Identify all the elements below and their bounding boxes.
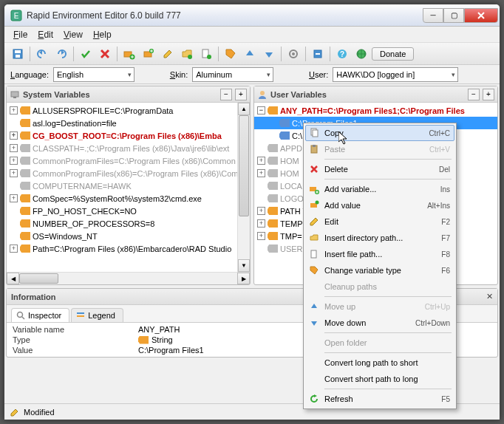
sys-hscrollbar[interactable]: ◀ ▶ [7, 272, 250, 284]
tree-row[interactable]: CommonProgramFiles(x86)=C:\Program Files… [7, 167, 250, 179]
redo-button[interactable] [52, 45, 70, 63]
sys-add-button[interactable]: + [235, 89, 247, 100]
tree-row[interactable]: ComSpec=%SystemRoot%\system32\cmd.exe [7, 192, 250, 205]
menu-file[interactable]: File [9, 28, 32, 41]
tree-row[interactable]: CLASSPATH=.;C:\Program Files (x86)\Java\… [7, 142, 250, 154]
insdir-button[interactable] [178, 45, 196, 63]
menu-item-delete[interactable]: DeleteDel [305, 161, 454, 177]
insfile-button[interactable] [197, 45, 215, 63]
donate-button[interactable]: Donate [372, 47, 414, 61]
menu-item-insert-file-path-[interactable]: Insert file path...F8 [305, 246, 454, 262]
window-controls: ─ ▢ [423, 8, 498, 23]
toolbar: ? Donate [4, 43, 500, 65]
sys-tree[interactable]: ALLUSERSPROFILE=C:\ProgramDataasl.log=De… [7, 103, 250, 272]
svg-point-20 [260, 91, 265, 95]
check-button[interactable] [77, 45, 95, 63]
sys-title: System Variables [23, 90, 217, 99]
svg-point-21 [18, 312, 23, 318]
menu-item-move-down[interactable]: Move downCtrl+Down [305, 315, 454, 331]
help-button[interactable]: ? [333, 45, 351, 63]
usr-collapse-button[interactable]: − [468, 89, 480, 100]
svg-rect-18 [11, 92, 18, 97]
tree-row[interactable]: CommonProgramFiles=C:\Program Files (x86… [7, 154, 250, 167]
sys-vscrollbar[interactable]: ▲ ▼ [237, 103, 250, 272]
app-window: E Rapid Environment Editor 6.0 build 777… [4, 4, 500, 420]
minimize-button[interactable]: ─ [423, 8, 443, 23]
modified-icon [9, 407, 19, 417]
language-label: Language: [10, 70, 49, 79]
addval-button[interactable] [140, 45, 157, 63]
context-menu: CopyCtrl+CPasteCtrl+VDeleteDelAdd variab… [303, 123, 457, 409]
web-button[interactable] [353, 45, 370, 63]
language-combo[interactable]: English [53, 67, 134, 82]
svg-rect-3 [15, 50, 21, 53]
menu-item-move-up: Move upCtrl+Up [305, 298, 454, 315]
svg-rect-28 [310, 187, 316, 191]
svg-rect-4 [16, 55, 20, 58]
menu-item-insert-directory-path-[interactable]: Insert directory path...F7 [305, 230, 454, 246]
tree-row[interactable]: Path=C:\Program Files (x86)\Embarcadero\… [7, 242, 250, 255]
window-title: Rapid Environment Editor 6.0 build 777 [27, 10, 423, 21]
menu-item-convert-short-path-to-long[interactable]: Convert short path to long [305, 371, 454, 387]
restore-button[interactable] [309, 45, 327, 63]
svg-rect-27 [313, 145, 316, 147]
tree-row[interactable]: asl.log=Destination=file [7, 117, 250, 129]
legend-icon [76, 311, 85, 320]
tag-button[interactable] [222, 45, 239, 63]
info-close-button[interactable]: ✕ [486, 292, 493, 301]
system-variables-pane: System Variables − + ALLUSERSPROFILE=C:\… [6, 86, 251, 285]
edit-button[interactable] [159, 45, 177, 63]
moveup-button[interactable] [241, 45, 259, 63]
maximize-button[interactable]: ▢ [443, 8, 464, 23]
svg-rect-32 [311, 250, 316, 258]
svg-text:E: E [14, 12, 19, 20]
svg-rect-22 [77, 312, 84, 314]
usr-add-button[interactable]: + [483, 89, 494, 100]
titlebar: E Rapid Environment Editor 6.0 build 777… [4, 4, 500, 27]
menubar: File Edit View Help [4, 27, 500, 43]
settings-button[interactable] [285, 45, 302, 63]
menu-view[interactable]: View [59, 28, 87, 41]
addvar-button[interactable] [120, 45, 138, 63]
close-button[interactable] [464, 8, 498, 23]
status-modified: Modified [24, 408, 55, 417]
svg-rect-23 [77, 315, 84, 317]
sys-collapse-button[interactable]: − [220, 89, 232, 100]
svg-rect-19 [13, 97, 16, 98]
usr-title: User Variables [270, 90, 465, 99]
menu-item-refresh[interactable]: RefreshF5 [305, 391, 454, 407]
menu-item-copy[interactable]: CopyCtrl+C [305, 125, 454, 141]
menu-help[interactable]: Help [89, 28, 116, 41]
menu-item-change-variable-type[interactable]: Change variable typeF6 [305, 262, 454, 278]
svg-point-13 [292, 52, 295, 55]
tree-row[interactable]: NUMBER_OF_PROCESSORS=8 [7, 217, 250, 230]
tree-row[interactable]: ALLUSERSPROFILE=C:\ProgramData [7, 104, 250, 117]
usr-icon [257, 89, 268, 100]
user-combo[interactable]: HAWK\DO [logged in] [333, 67, 458, 82]
tree-row[interactable]: CG_BOOST_ROOT=C:\Program Files (x86)\Emb… [7, 129, 250, 142]
undo-button[interactable] [33, 45, 51, 63]
filter-bar: Language: English Skin: Aluminum User: H… [4, 65, 500, 84]
tree-row[interactable]: COMPUTERNAME=HAWK [7, 179, 250, 192]
save-button[interactable] [9, 45, 27, 63]
movedown-button[interactable] [260, 45, 278, 63]
delete-button[interactable] [96, 45, 114, 63]
tab-inspector[interactable]: Inspector [11, 308, 69, 322]
menu-edit[interactable]: Edit [33, 28, 58, 41]
svg-point-31 [316, 201, 319, 205]
menu-item-add-variable-[interactable]: Add variable...Ins [305, 181, 454, 197]
svg-point-11 [207, 55, 211, 59]
menu-item-cleanup-paths: Cleanup paths [305, 278, 454, 295]
tab-legend[interactable]: Legend [71, 308, 123, 322]
info-title: Information [11, 293, 56, 301]
svg-rect-25 [313, 130, 318, 137]
skin-combo[interactable]: Aluminum [192, 67, 273, 82]
tree-row[interactable]: ANY_PATH=C:\Program Files1;C:\Program Fi… [254, 104, 497, 117]
tree-row[interactable]: OS=Windows_NT [7, 230, 250, 242]
menu-item-edit[interactable]: EditF2 [305, 213, 454, 230]
svg-text:?: ? [340, 50, 344, 58]
inspector-icon [16, 311, 25, 320]
tree-row[interactable]: FP_NO_HOST_CHECK=NO [7, 205, 250, 217]
menu-item-convert-long-path-to-short[interactable]: Convert long path to short [305, 355, 454, 371]
menu-item-add-value[interactable]: Add valueAlt+Ins [305, 197, 454, 213]
